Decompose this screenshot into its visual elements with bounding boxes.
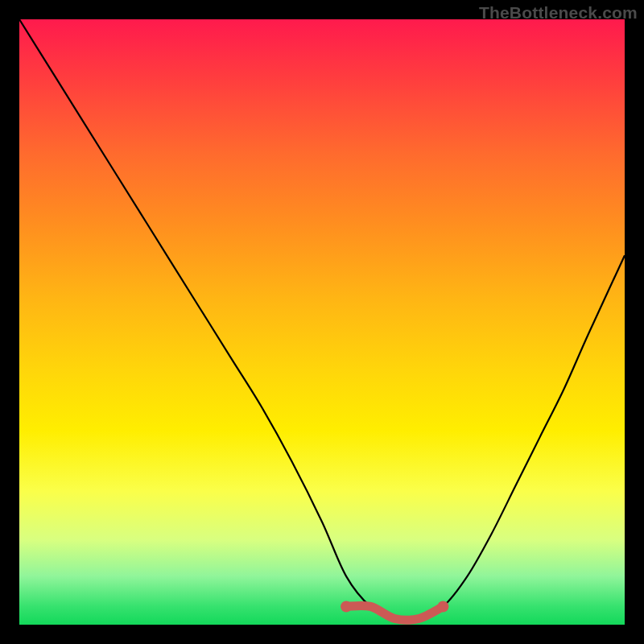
chart-stage: TheBottleneck.com	[0, 0, 644, 644]
highlight-end-dot	[437, 601, 448, 612]
highlight-segment	[346, 605, 443, 620]
plot-area	[19, 19, 625, 625]
highlight-layer	[19, 19, 625, 625]
